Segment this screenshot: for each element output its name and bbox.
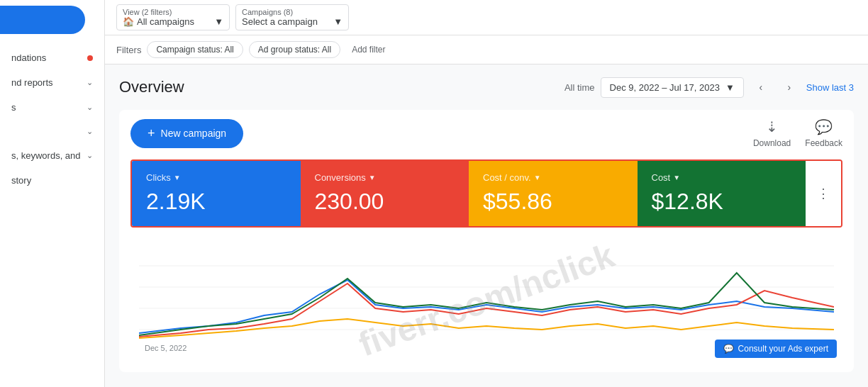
stat-value-cost-conv: $55.86: [483, 189, 623, 215]
all-time-label: All time: [564, 82, 595, 93]
stat-card-conversions: Conversions ▼ 230.00: [301, 161, 469, 226]
dropdown-arrow-icon: ▼: [333, 16, 343, 27]
view-label: View (2 filters): [123, 8, 223, 16]
consult-button[interactable]: 💬 Consult your Ads expert: [715, 340, 837, 358]
campaign-status-chip[interactable]: Campaign status: All: [147, 41, 243, 58]
stats-chart-wrapper: + New campaign ⇣ Download 💬 Feedback: [119, 110, 854, 372]
top-bar: View (2 filters) 🏠 All campaigns ▼ Campa…: [105, 0, 868, 35]
campaigns-filter[interactable]: Campaigns (8) Select a campaign ▼: [235, 4, 349, 30]
add-filter-button[interactable]: Add filter: [346, 42, 391, 57]
stat-card-cost: Cost ▼ $12.8K: [638, 161, 806, 226]
download-button[interactable]: ⇣ Download: [753, 118, 791, 148]
download-icon: ⇣: [766, 118, 778, 135]
stat-value-clicks: 2.19K: [146, 189, 286, 215]
sidebar-item-label: nd reports: [11, 77, 87, 88]
chat-icon: 💬: [723, 344, 734, 354]
stat-label-cost-conv: Cost / conv. ▼: [483, 172, 623, 183]
stat-label-cost: Cost ▼: [652, 172, 792, 183]
campaigns-value: Select a campaign ▼: [242, 16, 343, 27]
chevron-down-icon: ▼: [673, 174, 680, 181]
chevron-down-icon: ▼: [534, 174, 541, 181]
new-campaign-button[interactable]: + New campaign: [130, 119, 243, 148]
dropdown-arrow-icon: ▼: [725, 82, 735, 93]
chevron-down-icon: ▼: [174, 174, 181, 181]
stat-label-conversions: Conversions ▼: [315, 172, 455, 183]
plus-icon: +: [148, 126, 155, 141]
sidebar-item-label: story: [11, 175, 93, 186]
sidebar-item-recommendations[interactable]: ndations: [0, 45, 104, 70]
overview-header: Overview All time Dec 9, 2022 – Jul 17, …: [119, 76, 854, 99]
chevron-down-icon: ⌄: [87, 78, 93, 87]
action-row: + New campaign ⇣ Download 💬 Feedback: [130, 118, 842, 148]
stat-card-cost-conv: Cost / conv. ▼ $55.86: [469, 161, 638, 226]
notification-dot: [87, 55, 93, 61]
sidebar-item-reports[interactable]: nd reports ⌄: [0, 70, 104, 95]
sidebar-item-label: s, keywords, and: [11, 150, 87, 161]
sidebar-item-keywords[interactable]: s, keywords, and ⌄: [0, 143, 104, 168]
feedback-button[interactable]: 💬 Feedback: [805, 118, 842, 148]
chevron-down-icon: ▼: [369, 174, 376, 181]
sidebar-item-history[interactable]: story: [0, 168, 104, 193]
date-range-area: All time Dec 9, 2022 – Jul 17, 2023 ▼ ‹ …: [564, 76, 854, 99]
stat-value-conversions: 230.00: [315, 189, 455, 215]
next-date-button[interactable]: ›: [778, 76, 801, 99]
more-options-button[interactable]: ⋮: [811, 183, 835, 204]
home-icon: 🏠: [123, 16, 134, 27]
stat-value-cost: $12.8K: [652, 189, 792, 215]
more-options-area: ⋮: [806, 161, 841, 226]
chart-start-label: Dec 5, 2022: [145, 344, 187, 352]
sidebar: ndations nd reports ⌄ s ⌄ ⌄ s, keywords,…: [0, 0, 105, 387]
filter-bar: Filters Campaign status: All Ad group st…: [105, 35, 868, 64]
sidebar-item-label: ndations: [11, 52, 87, 63]
show-last-button[interactable]: Show last 3: [806, 82, 854, 93]
view-value: 🏠 All campaigns ▼: [123, 16, 223, 27]
prev-date-button[interactable]: ‹: [750, 76, 772, 99]
sidebar-item-empty[interactable]: ⌄: [0, 120, 104, 143]
filters-label: Filters: [116, 45, 141, 55]
chevron-down-icon: ⌄: [87, 103, 93, 112]
action-icons: ⇣ Download 💬 Feedback: [753, 118, 842, 148]
sidebar-item-label: s: [11, 102, 87, 113]
chevron-down-icon: ⌄: [87, 151, 93, 160]
logo-button[interactable]: [0, 6, 85, 34]
sidebar-item-s[interactable]: s ⌄: [0, 95, 104, 120]
ad-group-status-chip[interactable]: Ad group status: All: [249, 41, 340, 58]
overview-title: Overview: [119, 78, 184, 96]
stat-card-clicks: Clicks ▼ 2.19K: [132, 161, 301, 226]
stats-container: Clicks ▼ 2.19K Conversions ▼ 230.00 Cost…: [130, 159, 842, 228]
chart-area: fiverr.com/nclick Dec 5,: [130, 236, 842, 364]
date-picker[interactable]: Dec 9, 2022 – Jul 17, 2023 ▼: [601, 77, 744, 98]
content-area: Overview All time Dec 9, 2022 – Jul 17, …: [105, 64, 868, 387]
chevron-down-icon: ⌄: [87, 127, 93, 136]
feedback-icon: 💬: [815, 118, 833, 135]
view-filter[interactable]: View (2 filters) 🏠 All campaigns ▼: [116, 4, 230, 30]
chart-svg: [139, 245, 834, 344]
main-content: View (2 filters) 🏠 All campaigns ▼ Campa…: [105, 0, 868, 387]
stat-label-clicks: Clicks ▼: [146, 172, 286, 183]
dropdown-arrow-icon: ▼: [214, 16, 223, 27]
campaigns-label: Campaigns (8): [242, 8, 343, 16]
